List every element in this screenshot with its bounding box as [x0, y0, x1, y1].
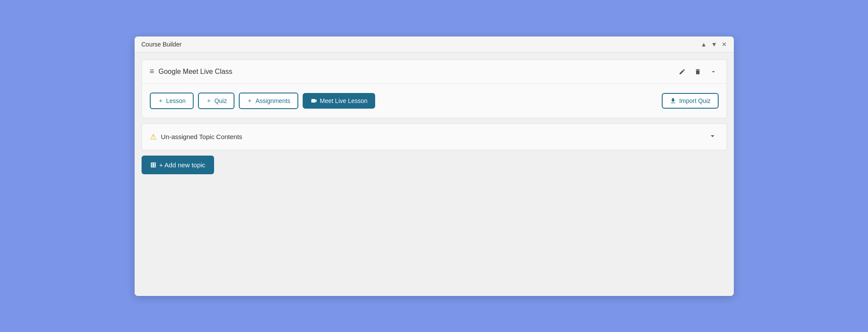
section-card: ≡ Google Meet Live Class — [142, 60, 727, 118]
unassigned-section: ⚠ Un-assigned Topic Contents — [142, 123, 727, 150]
add-quiz-button[interactable]: ＋ Quiz — [198, 93, 235, 109]
section-body: ＋ Lesson ＋ Quiz ＋ Assignments — [142, 84, 726, 118]
warning-icon: ⚠ — [150, 132, 157, 142]
section-header-right — [677, 66, 719, 77]
meet-live-lesson-button[interactable]: Meet Live Lesson — [303, 93, 376, 109]
plus-icon: ＋ — [247, 97, 253, 105]
edit-button[interactable] — [677, 66, 687, 77]
section-header: ≡ Google Meet Live Class — [142, 60, 726, 84]
unassigned-title: Un-assigned Topic Contents — [161, 133, 242, 140]
title-bar: Course Builder ▲ ▼ ✕ — [135, 37, 734, 53]
chevron-down-icon — [710, 68, 717, 75]
import-icon — [670, 97, 677, 104]
video-icon — [310, 97, 317, 104]
plus-icon: ＋ — [206, 97, 212, 105]
drag-handle-icon[interactable]: ≡ — [150, 67, 155, 76]
window-title: Course Builder — [142, 41, 182, 48]
unassigned-left: ⚠ Un-assigned Topic Contents — [150, 132, 242, 142]
add-assignments-button[interactable]: ＋ Assignments — [239, 93, 298, 109]
unassigned-collapse-button[interactable] — [706, 130, 719, 144]
window-controls: ▲ ▼ ✕ — [701, 41, 727, 48]
delete-button[interactable] — [693, 66, 703, 77]
close-icon[interactable]: ✕ — [722, 41, 727, 48]
trash-icon — [694, 68, 701, 75]
meet-live-lesson-label: Meet Live Lesson — [320, 97, 368, 104]
content-area: ≡ Google Meet Live Class — [135, 53, 734, 296]
import-quiz-label: Import Quiz — [679, 97, 710, 104]
import-quiz-button[interactable]: Import Quiz — [662, 93, 718, 109]
section-collapse-button[interactable] — [708, 66, 719, 77]
plus-square-icon: ⊞ — [150, 161, 156, 169]
collapse-up-icon[interactable]: ▲ — [701, 41, 707, 48]
add-assignments-label: Assignments — [255, 97, 290, 104]
add-lesson-button[interactable]: ＋ Lesson — [150, 93, 194, 109]
collapse-down-icon[interactable]: ▼ — [711, 41, 717, 48]
add-quiz-label: Quiz — [215, 97, 227, 104]
unassigned-header: ⚠ Un-assigned Topic Contents — [142, 124, 726, 150]
section-header-left: ≡ Google Meet Live Class — [150, 67, 232, 76]
add-new-topic-button[interactable]: ⊞ + Add new topic — [142, 156, 214, 174]
section-title: Google Meet Live Class — [158, 68, 232, 76]
chevron-down-icon — [708, 132, 717, 140]
add-topic-label: + Add new topic — [159, 161, 205, 169]
course-builder-window: Course Builder ▲ ▼ ✕ ≡ Google Meet Live … — [135, 37, 734, 296]
edit-icon — [679, 68, 686, 75]
add-lesson-label: Lesson — [166, 97, 186, 104]
action-buttons: ＋ Lesson ＋ Quiz ＋ Assignments — [150, 93, 719, 109]
plus-icon: ＋ — [158, 97, 164, 105]
